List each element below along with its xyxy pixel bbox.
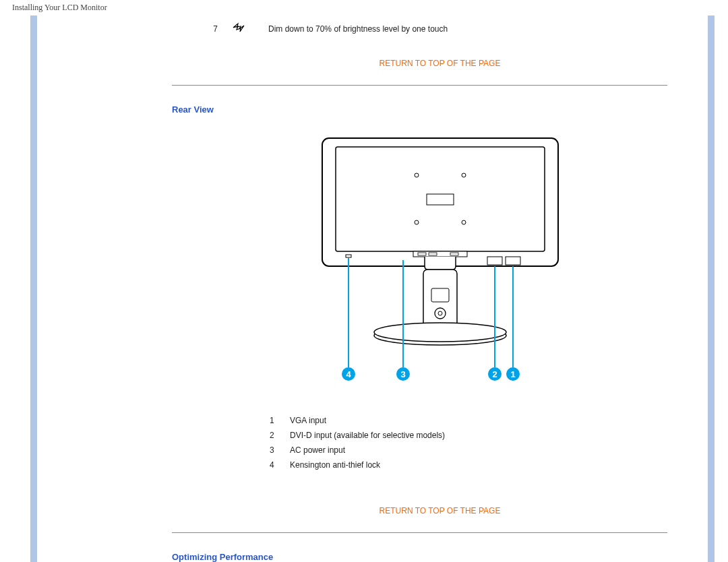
connector-num: 4 — [270, 460, 290, 470]
svg-point-19 — [374, 323, 506, 342]
connector-label: Kensington anti-thief lock — [290, 460, 380, 470]
svg-rect-13 — [506, 257, 520, 265]
lightning-icon — [231, 22, 268, 35]
return-top-link-2[interactable]: RETURN TO TOP OF THE PAGE — [172, 506, 708, 516]
list-item: 1 VGA input — [270, 413, 708, 428]
callout-2: 2 — [492, 369, 497, 379]
callout-4: 4 — [346, 369, 351, 379]
divider-2 — [172, 532, 667, 533]
list-item: 2 DVI-D input (available for selective m… — [270, 428, 708, 443]
connector-label: AC power input — [290, 445, 345, 455]
left-accent-bar — [30, 15, 37, 562]
rear-view-diagram: 4 3 2 1 — [172, 135, 708, 400]
connector-num: 1 — [270, 416, 290, 425]
callout-1: 1 — [510, 369, 515, 379]
right-accent-bar — [708, 15, 715, 562]
list-item: 4 Kensington anti-thief lock — [270, 458, 708, 472]
page-body: 7 Dim down to 70% of brightness level by… — [30, 15, 715, 562]
content-area: 7 Dim down to 70% of brightness level by… — [37, 15, 708, 562]
svg-rect-12 — [487, 257, 502, 265]
connector-label: DVI-D input (available for selective mod… — [290, 431, 445, 440]
rear-connector-list: 1 VGA input 2 DVI-D input (available for… — [270, 413, 708, 472]
connector-num: 2 — [270, 431, 290, 440]
divider-1 — [172, 85, 667, 86]
svg-rect-1 — [336, 147, 545, 251]
connector-num: 3 — [270, 445, 290, 455]
rear-view-heading: Rear View — [172, 104, 708, 115]
feature-number: 7 — [199, 24, 218, 34]
feature-row: 7 Dim down to 70% of brightness level by… — [172, 15, 708, 38]
list-item: 3 AC power input — [270, 443, 708, 458]
page-header-title: Installing Your LCD Monitor — [0, 0, 728, 15]
connector-label: VGA input — [290, 416, 326, 425]
callout-3: 3 — [400, 369, 405, 379]
feature-description: Dim down to 70% of brightness level by o… — [268, 24, 708, 34]
optimizing-performance-heading: Optimizing Performance — [172, 552, 708, 562]
svg-rect-7 — [413, 251, 467, 257]
return-top-link-1[interactable]: RETURN TO TOP OF THE PAGE — [172, 59, 708, 68]
